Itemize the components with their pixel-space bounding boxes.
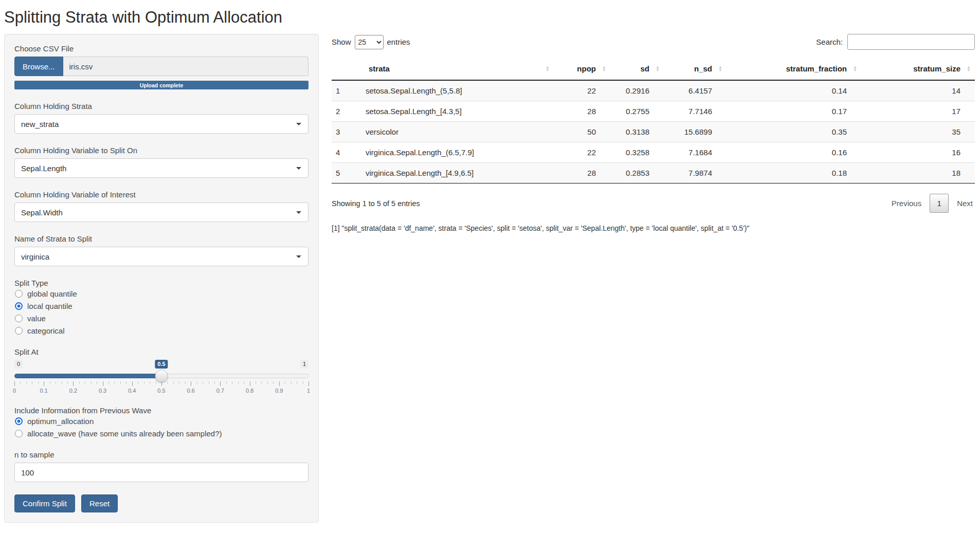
slider-tick xyxy=(191,381,191,386)
slider-tick-label: 0.7 xyxy=(216,388,224,394)
reset-button[interactable]: Reset xyxy=(81,494,118,512)
cell-num: 5 xyxy=(332,163,359,183)
cell-npop: 22 xyxy=(554,80,610,101)
radio-label: allocate_wave (have some units already b… xyxy=(27,429,222,438)
sort-icon[interactable]: ▲▼ xyxy=(602,66,606,72)
split-type-group: Split Type global quantile local quantil… xyxy=(14,279,308,335)
interest-var-group: Column Holding Variable of Interest Sepa… xyxy=(14,190,308,222)
sort-icon[interactable]: ▲▼ xyxy=(656,66,660,72)
table-header-row: strata ▲▼ npop ▲▼ sd ▲▼ n_sd xyxy=(332,58,975,80)
slider-tick xyxy=(238,381,239,384)
slider-tick xyxy=(303,381,303,384)
slider-tick xyxy=(250,381,250,386)
n-to-sample-group: n to sample xyxy=(14,450,308,482)
previous-page-button[interactable]: Previous xyxy=(892,199,921,208)
slider-tick xyxy=(226,381,227,384)
radio-global-quantile[interactable]: global quantile xyxy=(15,289,308,298)
slider-tick xyxy=(67,381,68,384)
radio-checked-icon xyxy=(15,417,23,425)
header-row-number xyxy=(332,58,359,80)
caret-down-icon xyxy=(296,255,301,258)
cell-sd: 0.3138 xyxy=(610,122,664,142)
radio-local-quantile[interactable]: local quantile xyxy=(15,302,308,310)
cell-npop: 28 xyxy=(554,163,610,183)
slider-tick-label: 0.9 xyxy=(275,388,283,394)
cell-npop: 50 xyxy=(554,122,610,142)
cell-stratum-fraction: 0.17 xyxy=(727,101,861,122)
slider-handle[interactable] xyxy=(155,370,168,382)
cell-n-sd: 15.6899 xyxy=(664,122,727,142)
slider-tick xyxy=(197,381,197,384)
cell-num: 4 xyxy=(332,142,359,163)
split-at-slider[interactable]: 0 0.5 1 00.10.20.30.40.50.60.70.80.91 xyxy=(14,360,308,394)
split-var-label: Column Holding Variable to Split On xyxy=(14,146,308,155)
slider-filled-bar xyxy=(14,374,162,378)
slider-tick xyxy=(261,381,262,384)
slider-tick xyxy=(232,381,232,384)
slider-tick xyxy=(308,381,309,386)
slider-tick xyxy=(267,381,268,384)
browse-button[interactable]: Browse... xyxy=(14,57,63,76)
sort-icon[interactable]: ▲▼ xyxy=(853,66,857,72)
sort-icon[interactable]: ▲▼ xyxy=(718,66,722,72)
slider-tick xyxy=(297,381,297,384)
slider-tick-label: 0.3 xyxy=(99,388,106,394)
header-label: n_sd xyxy=(694,64,712,73)
slider-value-badge: 0.5 xyxy=(155,360,168,369)
header-n-sd[interactable]: n_sd ▲▼ xyxy=(664,58,727,80)
page-length-select[interactable]: 25 xyxy=(355,35,384,49)
split-var-select[interactable]: Sepal.Length xyxy=(14,158,308,178)
slider-track[interactable] xyxy=(14,374,308,378)
header-strata[interactable]: strata ▲▼ xyxy=(359,58,554,80)
sort-icon[interactable]: ▲▼ xyxy=(546,66,550,72)
radio-categorical[interactable]: categorical xyxy=(15,326,308,335)
sidebar-panel: Choose CSV File Browse... iris.csv Uploa… xyxy=(4,34,319,523)
cell-n-sd: 6.4157 xyxy=(664,80,727,101)
radio-icon xyxy=(15,430,23,437)
cell-num: 1 xyxy=(332,80,359,101)
slider-tick xyxy=(214,381,215,384)
slider-tick-label: 0.8 xyxy=(246,388,253,394)
slider-tick xyxy=(38,381,39,384)
upload-progress-bar: Upload complete xyxy=(14,81,308,89)
sort-icon[interactable]: ▲▼ xyxy=(967,66,971,72)
radio-optimum-allocation[interactable]: optimum_allocation xyxy=(15,417,308,426)
next-page-button[interactable]: Next xyxy=(957,199,973,208)
cell-strata: virginica.Sepal.Length_(6.5,7.9] xyxy=(359,142,554,163)
cell-stratum-fraction: 0.14 xyxy=(727,80,861,101)
slider-tick xyxy=(138,381,138,384)
cell-num: 3 xyxy=(332,122,359,142)
cell-num: 2 xyxy=(332,101,359,122)
strata-column-select[interactable]: new_strata xyxy=(14,114,308,134)
interest-var-select[interactable]: Sepal.Width xyxy=(14,203,308,222)
caret-down-icon xyxy=(296,211,301,214)
previous-wave-group: Include Information from Previous Wave o… xyxy=(14,406,308,438)
slider-tick-label: 1 xyxy=(307,388,310,394)
strata-column-group: Column Holding Strata new_strata xyxy=(14,102,308,134)
header-label: stratum_fraction xyxy=(786,64,847,73)
slider-tick xyxy=(79,381,80,384)
file-input-group: Choose CSV File Browse... iris.csv Uploa… xyxy=(14,44,308,89)
header-stratum-size[interactable]: stratum_size ▲▼ xyxy=(861,58,975,80)
radio-value[interactable]: value xyxy=(15,314,308,323)
slider-tick xyxy=(244,381,244,384)
table-row: 4virginica.Sepal.Length_(6.5,7.9]220.325… xyxy=(332,142,975,163)
radio-icon xyxy=(15,315,23,322)
page-length-control: Show 25 entries xyxy=(332,35,410,49)
header-npop[interactable]: npop ▲▼ xyxy=(554,58,610,80)
slider-tick xyxy=(91,381,92,384)
n-to-sample-input[interactable] xyxy=(14,463,308,482)
header-sd[interactable]: sd ▲▼ xyxy=(610,58,664,80)
cell-strata: setosa.Sepal.Length_(5,5.8] xyxy=(359,80,554,101)
radio-allocate-wave[interactable]: allocate_wave (have some units already b… xyxy=(15,429,308,438)
cell-n-sd: 7.1684 xyxy=(664,142,727,163)
slider-tick xyxy=(279,381,280,386)
header-stratum-fraction[interactable]: stratum_fraction ▲▼ xyxy=(727,58,861,80)
confirm-split-button[interactable]: Confirm Split xyxy=(14,494,75,512)
slider-tick-label: 0 xyxy=(13,388,16,394)
page-1-button[interactable]: 1 xyxy=(930,194,949,213)
radio-icon xyxy=(15,290,23,298)
strata-name-select[interactable]: virginica xyxy=(14,247,308,266)
search-input[interactable] xyxy=(847,34,975,50)
sidebar-buttons: Confirm Split Reset xyxy=(14,494,308,512)
